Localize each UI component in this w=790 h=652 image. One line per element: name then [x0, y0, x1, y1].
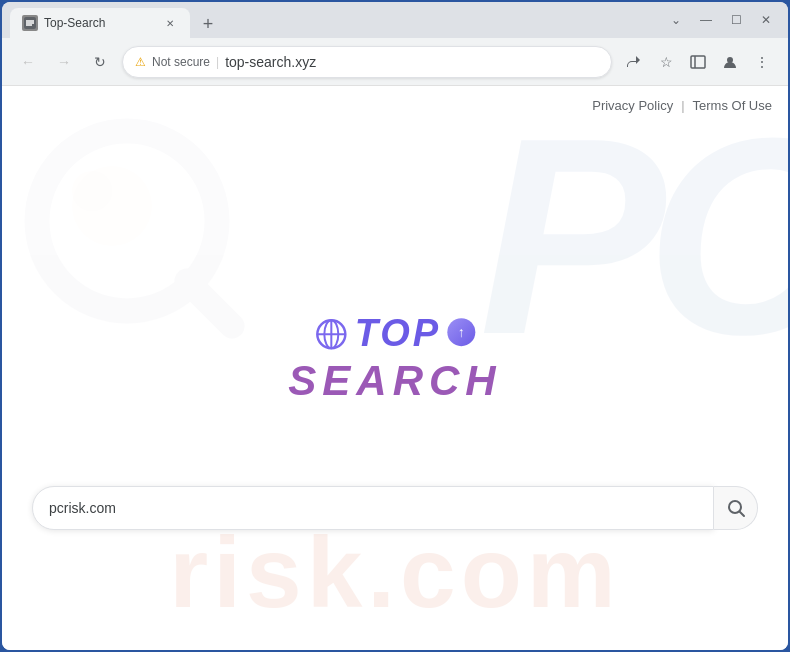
search-input-wrapper[interactable]: pcrisk.com	[32, 486, 714, 530]
security-warning-icon: ⚠	[135, 55, 146, 69]
svg-point-7	[37, 131, 217, 311]
tab-strip: Top-Search ✕ +	[10, 2, 658, 38]
bookmark-icon[interactable]: ☆	[652, 48, 680, 76]
address-separator: |	[216, 55, 219, 69]
page-content: PC risk.com Privacy Policy | Terms Of Us…	[2, 86, 788, 650]
svg-line-8	[187, 281, 232, 326]
close-button[interactable]: ✕	[752, 6, 780, 34]
svg-point-9	[72, 166, 152, 246]
tab-title: Top-Search	[44, 16, 156, 30]
forward-button[interactable]: →	[50, 48, 78, 76]
page-header: Privacy Policy | Terms Of Use	[592, 98, 772, 113]
tab-close-button[interactable]: ✕	[162, 15, 178, 31]
logo-area: TOP ↑ SEARCH	[288, 312, 501, 405]
search-input[interactable]: pcrisk.com	[49, 500, 697, 516]
new-tab-button[interactable]: +	[194, 10, 222, 38]
minimize-button[interactable]: —	[692, 6, 720, 34]
chevron-icon[interactable]: ⌄	[662, 6, 690, 34]
search-button[interactable]	[714, 486, 758, 530]
risk-watermark: risk.com	[169, 515, 620, 630]
refresh-button[interactable]: ↻	[86, 48, 114, 76]
url-display[interactable]: top-search.xyz	[225, 54, 599, 70]
title-bar: Top-Search ✕ + ⌄ — ☐ ✕	[2, 2, 788, 38]
maximize-button[interactable]: ☐	[722, 6, 750, 34]
header-divider: |	[681, 98, 684, 113]
magnifier-watermark	[17, 111, 247, 341]
logo-arrow-icon: ↑	[447, 318, 475, 346]
share-icon[interactable]	[620, 48, 648, 76]
logo-top-text: TOP	[355, 312, 441, 355]
toolbar-icons: ☆ ⋮	[620, 48, 776, 76]
back-button[interactable]: ←	[14, 48, 42, 76]
not-secure-label: Not secure	[152, 55, 210, 69]
pc-watermark: PC	[479, 96, 788, 376]
window-controls: ⌄ — ☐ ✕	[662, 6, 780, 34]
globe-icon	[315, 317, 349, 351]
svg-line-16	[739, 512, 744, 517]
search-area: pcrisk.com	[32, 486, 758, 530]
svg-rect-4	[691, 56, 705, 68]
active-tab[interactable]: Top-Search ✕	[10, 8, 190, 38]
browser-window: Top-Search ✕ + ⌄ — ☐ ✕ ← → ↻ ⚠ Not secur…	[2, 2, 788, 650]
search-icon	[726, 498, 746, 518]
toolbar: ← → ↻ ⚠ Not secure | top-search.xyz ☆	[2, 38, 788, 86]
logo-search-text: SEARCH	[288, 357, 501, 405]
sidebar-icon[interactable]	[684, 48, 712, 76]
privacy-policy-link[interactable]: Privacy Policy	[592, 98, 673, 113]
profile-icon[interactable]	[716, 48, 744, 76]
svg-point-10	[72, 171, 112, 211]
address-bar[interactable]: ⚠ Not secure | top-search.xyz	[122, 46, 612, 78]
menu-icon[interactable]: ⋮	[748, 48, 776, 76]
terms-of-use-link[interactable]: Terms Of Use	[693, 98, 772, 113]
tab-favicon	[22, 15, 38, 31]
